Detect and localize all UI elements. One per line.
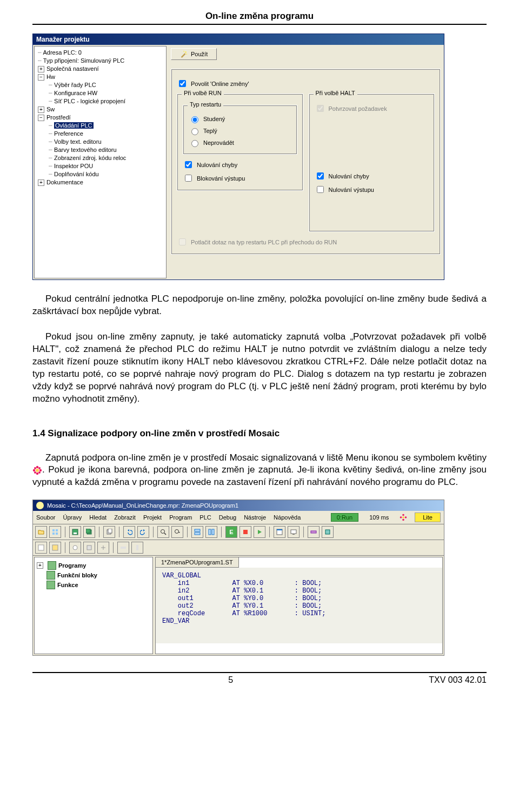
svg-point-1 <box>183 51 184 52</box>
menu-file[interactable]: Soubor <box>36 514 55 521</box>
source-code[interactable]: VAR_GLOBAL in1 AT %X0.0 : BOOL; in2 AT %… <box>156 568 442 643</box>
restart-warm-radio[interactable] <box>191 128 198 135</box>
toolbar-icon[interactable] <box>69 542 81 554</box>
menu-debug[interactable]: Debug <box>219 514 236 521</box>
tree-item[interactable]: Adresa PLC: 0 <box>43 49 82 56</box>
run-clear-error-label: Nulování chyby <box>197 162 237 168</box>
grid-icon[interactable] <box>49 526 61 538</box>
svg-rect-32 <box>209 529 211 535</box>
open-file-icon[interactable] <box>35 526 47 538</box>
tree-item-selected[interactable]: Ovládání PLC <box>54 122 93 129</box>
copy-icon[interactable] <box>103 526 115 538</box>
toolbar-icon[interactable] <box>83 542 95 554</box>
tree-item[interactable]: Dokumentace <box>46 179 83 185</box>
tree-item[interactable]: Zobrazení zdroj. kódu reloc <box>54 155 126 161</box>
apply-button[interactable]: Použít <box>171 48 217 60</box>
toolbar-icon[interactable] <box>35 542 47 554</box>
toolbar-icon[interactable] <box>49 542 61 554</box>
tree-item[interactable]: Výběr řady PLC <box>54 82 96 88</box>
svg-rect-38 <box>292 534 295 535</box>
tree-item[interactable]: Preference <box>54 130 83 137</box>
halt-clear-output-checkbox[interactable] <box>317 186 324 193</box>
tree-item[interactable]: Volby text. editoru <box>54 138 101 145</box>
halt-confirm-checkbox <box>317 105 324 112</box>
toolbar-icon[interactable] <box>117 542 129 554</box>
save-icon[interactable] <box>69 526 81 538</box>
expand-icon[interactable]: + <box>37 562 43 569</box>
mosaic-app-icon <box>36 502 44 509</box>
page-title: On-line změna programu <box>32 11 487 25</box>
run-clear-error-checkbox[interactable] <box>185 161 192 168</box>
toolbar-icon[interactable] <box>131 542 143 554</box>
paragraph-2: Pokud jsou on-line změny zapnuty, je tak… <box>32 331 487 405</box>
tree-item[interactable]: Typ připojení: Simulovaný PLC <box>43 57 124 64</box>
run-block-output-checkbox[interactable] <box>185 175 192 182</box>
svg-rect-46 <box>136 545 138 550</box>
find-icon[interactable] <box>157 526 169 538</box>
settings-tree[interactable]: Adresa PLC: 0 Typ připojení: Simulovaný … <box>34 46 167 278</box>
stop-icon[interactable] <box>239 526 251 538</box>
toolbar-1: E <box>33 524 444 540</box>
tree-item[interactable]: Barvy textového editoru <box>54 147 117 153</box>
svg-rect-33 <box>212 529 214 535</box>
svg-point-16 <box>405 517 407 519</box>
svg-point-13 <box>402 514 404 516</box>
svg-rect-18 <box>56 529 58 531</box>
svg-rect-31 <box>195 533 200 535</box>
expand-icon[interactable]: + <box>38 107 44 113</box>
menu-program[interactable]: Program <box>169 514 192 521</box>
tree-item[interactable]: Doplňování kódu <box>54 171 99 177</box>
expand-icon[interactable]: + <box>38 66 44 72</box>
tree-item[interactable]: Sw <box>46 106 55 112</box>
collapse-icon[interactable]: − <box>38 74 44 81</box>
tree-item[interactable]: Prostředí <box>46 114 71 121</box>
wand-icon <box>180 50 188 58</box>
toolbar-icon[interactable] <box>322 526 334 538</box>
paragraph-3: Zapnutá podpora on-line změn je v prostř… <box>32 452 487 489</box>
tree-item[interactable]: Společná nastavení <box>46 65 99 72</box>
tree-functions[interactable]: Funkce <box>57 582 78 588</box>
apply-label: Použít <box>191 51 208 57</box>
menu-edit[interactable]: Úpravy <box>63 514 82 521</box>
undo-icon[interactable] <box>123 526 135 538</box>
monitor-icon[interactable] <box>288 526 300 538</box>
restart-none-radio[interactable] <box>191 140 198 147</box>
menu-help[interactable]: Nápověda <box>274 514 301 521</box>
toolbar-icon[interactable] <box>97 542 109 554</box>
svg-point-5 <box>36 472 38 475</box>
menu-bar: Soubor Úpravy Hledat Zobrazit Projekt Pr… <box>33 511 444 524</box>
menu-plc[interactable]: PLC <box>199 514 211 521</box>
green-e-icon[interactable]: E <box>225 526 237 538</box>
toolbar-icon[interactable] <box>308 526 320 538</box>
editor-tab[interactable]: 1*ZmenaPOUprogram1.ST <box>156 557 239 568</box>
play-icon[interactable] <box>254 526 265 538</box>
collapse-icon[interactable]: − <box>38 115 44 121</box>
tree-item[interactable]: Hw <box>46 74 55 80</box>
window-icon[interactable] <box>274 526 285 538</box>
redo-icon[interactable] <box>137 526 149 538</box>
find-next-icon[interactable] <box>171 526 183 538</box>
svg-line-28 <box>164 533 166 535</box>
tile-h-icon[interactable] <box>191 526 203 538</box>
tree-item[interactable]: Inspektor POU <box>54 163 93 169</box>
restart-cold-radio[interactable] <box>191 116 198 123</box>
menu-project[interactable]: Projekt <box>143 514 162 521</box>
tree-item[interactable]: Síť PLC - logické propojení <box>54 98 125 104</box>
tree-function-blocks[interactable]: Funkční bloky <box>57 572 97 578</box>
project-tree-pane[interactable]: +Programy Funkční bloky Funkce <box>34 557 153 654</box>
enable-online-changes-checkbox[interactable] <box>179 80 186 87</box>
save-all-icon[interactable] <box>83 526 95 538</box>
tile-v-icon[interactable] <box>205 526 217 538</box>
menu-view[interactable]: Zobrazit <box>114 514 136 521</box>
halt-clear-error-checkbox[interactable] <box>317 172 324 179</box>
menu-find[interactable]: Hledat <box>89 514 107 521</box>
tree-programs[interactable]: Programy <box>58 562 86 569</box>
enable-online-label: Povolit 'Online změny' <box>191 81 249 87</box>
suppress-restart-dialog-checkbox <box>179 238 186 245</box>
flower-icon[interactable] <box>400 514 407 521</box>
tree-item[interactable]: Konfigurace HW <box>54 90 97 96</box>
expand-icon[interactable]: + <box>38 179 44 186</box>
svg-rect-36 <box>277 529 282 530</box>
menu-tools[interactable]: Nástroje <box>244 514 266 521</box>
svg-point-10 <box>34 471 36 474</box>
